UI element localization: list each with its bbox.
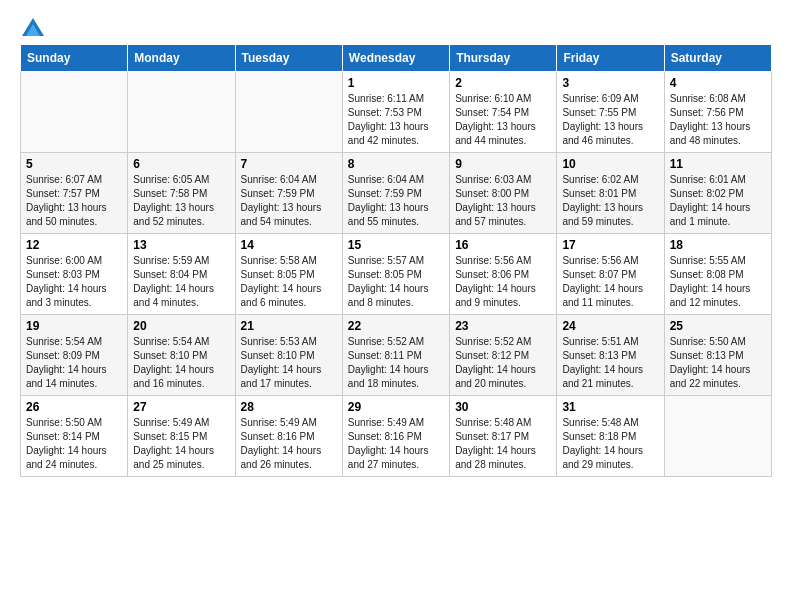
calendar-cell: 29Sunrise: 5:49 AM Sunset: 8:16 PM Dayli… [342,395,449,476]
calendar-table: SundayMondayTuesdayWednesdayThursdayFrid… [20,44,772,477]
day-info: Sunrise: 5:49 AM Sunset: 8:16 PM Dayligh… [241,416,337,472]
calendar-week-2: 5Sunrise: 6:07 AM Sunset: 7:57 PM Daylig… [21,152,772,233]
day-number: 1 [348,76,444,90]
calendar-week-1: 1Sunrise: 6:11 AM Sunset: 7:53 PM Daylig… [21,71,772,152]
calendar-cell: 20Sunrise: 5:54 AM Sunset: 8:10 PM Dayli… [128,314,235,395]
day-info: Sunrise: 5:52 AM Sunset: 8:12 PM Dayligh… [455,335,551,391]
day-number: 22 [348,319,444,333]
calendar-cell: 3Sunrise: 6:09 AM Sunset: 7:55 PM Daylig… [557,71,664,152]
calendar-cell: 27Sunrise: 5:49 AM Sunset: 8:15 PM Dayli… [128,395,235,476]
day-number: 17 [562,238,658,252]
day-number: 4 [670,76,766,90]
calendar-cell: 1Sunrise: 6:11 AM Sunset: 7:53 PM Daylig… [342,71,449,152]
day-number: 29 [348,400,444,414]
logo [20,16,44,36]
calendar-cell: 13Sunrise: 5:59 AM Sunset: 8:04 PM Dayli… [128,233,235,314]
day-number: 9 [455,157,551,171]
weekday-header-wednesday: Wednesday [342,44,449,71]
day-info: Sunrise: 5:50 AM Sunset: 8:14 PM Dayligh… [26,416,122,472]
day-number: 19 [26,319,122,333]
calendar-cell: 14Sunrise: 5:58 AM Sunset: 8:05 PM Dayli… [235,233,342,314]
day-number: 2 [455,76,551,90]
day-info: Sunrise: 6:08 AM Sunset: 7:56 PM Dayligh… [670,92,766,148]
day-info: Sunrise: 6:11 AM Sunset: 7:53 PM Dayligh… [348,92,444,148]
day-info: Sunrise: 5:48 AM Sunset: 8:17 PM Dayligh… [455,416,551,472]
day-info: Sunrise: 5:48 AM Sunset: 8:18 PM Dayligh… [562,416,658,472]
day-info: Sunrise: 6:09 AM Sunset: 7:55 PM Dayligh… [562,92,658,148]
day-info: Sunrise: 5:49 AM Sunset: 8:15 PM Dayligh… [133,416,229,472]
day-number: 10 [562,157,658,171]
calendar-week-4: 19Sunrise: 5:54 AM Sunset: 8:09 PM Dayli… [21,314,772,395]
calendar-cell [21,71,128,152]
calendar-cell: 10Sunrise: 6:02 AM Sunset: 8:01 PM Dayli… [557,152,664,233]
calendar-cell: 30Sunrise: 5:48 AM Sunset: 8:17 PM Dayli… [450,395,557,476]
calendar-cell: 25Sunrise: 5:50 AM Sunset: 8:13 PM Dayli… [664,314,771,395]
day-info: Sunrise: 5:58 AM Sunset: 8:05 PM Dayligh… [241,254,337,310]
day-number: 27 [133,400,229,414]
calendar-cell: 21Sunrise: 5:53 AM Sunset: 8:10 PM Dayli… [235,314,342,395]
day-info: Sunrise: 6:05 AM Sunset: 7:58 PM Dayligh… [133,173,229,229]
day-info: Sunrise: 6:01 AM Sunset: 8:02 PM Dayligh… [670,173,766,229]
day-info: Sunrise: 5:51 AM Sunset: 8:13 PM Dayligh… [562,335,658,391]
day-info: Sunrise: 5:59 AM Sunset: 8:04 PM Dayligh… [133,254,229,310]
day-number: 25 [670,319,766,333]
weekday-header-sunday: Sunday [21,44,128,71]
calendar-week-5: 26Sunrise: 5:50 AM Sunset: 8:14 PM Dayli… [21,395,772,476]
day-number: 18 [670,238,766,252]
day-info: Sunrise: 6:04 AM Sunset: 7:59 PM Dayligh… [348,173,444,229]
day-info: Sunrise: 6:00 AM Sunset: 8:03 PM Dayligh… [26,254,122,310]
calendar-cell [128,71,235,152]
day-number: 5 [26,157,122,171]
day-number: 14 [241,238,337,252]
day-number: 13 [133,238,229,252]
day-number: 16 [455,238,551,252]
day-info: Sunrise: 5:49 AM Sunset: 8:16 PM Dayligh… [348,416,444,472]
calendar-cell: 4Sunrise: 6:08 AM Sunset: 7:56 PM Daylig… [664,71,771,152]
calendar-cell: 26Sunrise: 5:50 AM Sunset: 8:14 PM Dayli… [21,395,128,476]
day-number: 7 [241,157,337,171]
calendar-cell: 5Sunrise: 6:07 AM Sunset: 7:57 PM Daylig… [21,152,128,233]
calendar-cell: 2Sunrise: 6:10 AM Sunset: 7:54 PM Daylig… [450,71,557,152]
day-number: 12 [26,238,122,252]
day-info: Sunrise: 6:07 AM Sunset: 7:57 PM Dayligh… [26,173,122,229]
calendar-cell: 11Sunrise: 6:01 AM Sunset: 8:02 PM Dayli… [664,152,771,233]
calendar-cell: 23Sunrise: 5:52 AM Sunset: 8:12 PM Dayli… [450,314,557,395]
calendar-cell: 15Sunrise: 5:57 AM Sunset: 8:05 PM Dayli… [342,233,449,314]
calendar-cell: 8Sunrise: 6:04 AM Sunset: 7:59 PM Daylig… [342,152,449,233]
calendar-cell [235,71,342,152]
calendar-cell: 16Sunrise: 5:56 AM Sunset: 8:06 PM Dayli… [450,233,557,314]
day-info: Sunrise: 6:02 AM Sunset: 8:01 PM Dayligh… [562,173,658,229]
day-info: Sunrise: 5:56 AM Sunset: 8:06 PM Dayligh… [455,254,551,310]
calendar-cell: 24Sunrise: 5:51 AM Sunset: 8:13 PM Dayli… [557,314,664,395]
day-number: 20 [133,319,229,333]
day-number: 3 [562,76,658,90]
day-number: 24 [562,319,658,333]
weekday-header-thursday: Thursday [450,44,557,71]
day-info: Sunrise: 5:50 AM Sunset: 8:13 PM Dayligh… [670,335,766,391]
day-info: Sunrise: 5:57 AM Sunset: 8:05 PM Dayligh… [348,254,444,310]
day-number: 23 [455,319,551,333]
day-info: Sunrise: 6:03 AM Sunset: 8:00 PM Dayligh… [455,173,551,229]
logo-general-text [20,16,44,36]
day-info: Sunrise: 5:55 AM Sunset: 8:08 PM Dayligh… [670,254,766,310]
day-info: Sunrise: 5:54 AM Sunset: 8:10 PM Dayligh… [133,335,229,391]
day-info: Sunrise: 5:54 AM Sunset: 8:09 PM Dayligh… [26,335,122,391]
logo-icon [22,18,44,36]
day-number: 28 [241,400,337,414]
day-number: 15 [348,238,444,252]
calendar-cell: 12Sunrise: 6:00 AM Sunset: 8:03 PM Dayli… [21,233,128,314]
day-info: Sunrise: 5:52 AM Sunset: 8:11 PM Dayligh… [348,335,444,391]
day-number: 8 [348,157,444,171]
day-number: 6 [133,157,229,171]
calendar-cell [664,395,771,476]
day-number: 31 [562,400,658,414]
day-info: Sunrise: 6:04 AM Sunset: 7:59 PM Dayligh… [241,173,337,229]
page-header [20,16,772,36]
calendar-cell: 19Sunrise: 5:54 AM Sunset: 8:09 PM Dayli… [21,314,128,395]
weekday-header-row: SundayMondayTuesdayWednesdayThursdayFrid… [21,44,772,71]
day-info: Sunrise: 5:56 AM Sunset: 8:07 PM Dayligh… [562,254,658,310]
day-info: Sunrise: 6:10 AM Sunset: 7:54 PM Dayligh… [455,92,551,148]
calendar-cell: 7Sunrise: 6:04 AM Sunset: 7:59 PM Daylig… [235,152,342,233]
calendar-week-3: 12Sunrise: 6:00 AM Sunset: 8:03 PM Dayli… [21,233,772,314]
weekday-header-tuesday: Tuesday [235,44,342,71]
